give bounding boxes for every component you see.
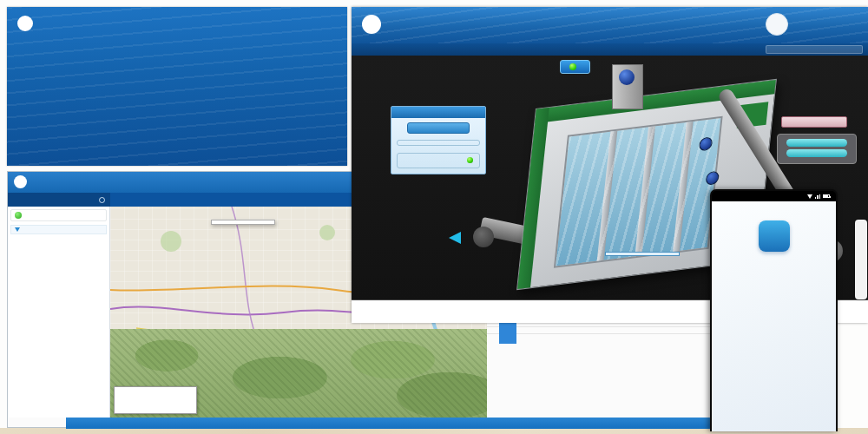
sidebar-home-button[interactable] bbox=[10, 209, 107, 221]
pump-unit[interactable] bbox=[619, 69, 635, 85]
power-params-button[interactable] bbox=[781, 116, 847, 128]
power-group-title bbox=[786, 149, 847, 157]
info-panel-title bbox=[391, 107, 485, 118]
flow-arrow-icon bbox=[449, 232, 461, 244]
station-info-panel bbox=[391, 106, 486, 174]
home-orb-icon bbox=[15, 212, 22, 219]
network-triangle-icon bbox=[807, 194, 812, 199]
gis-nav-header bbox=[8, 193, 110, 207]
gis-sidebar bbox=[8, 207, 110, 418]
app-logo-icon bbox=[17, 16, 33, 31]
collapse-sidebar-button[interactable] bbox=[99, 197, 105, 203]
portal-logo-row bbox=[17, 16, 38, 31]
scrollbar-panel[interactable] bbox=[855, 220, 867, 299]
sidebar-tree-root[interactable] bbox=[10, 225, 107, 234]
smoke-alarm-row bbox=[398, 155, 479, 165]
channel-wall bbox=[635, 126, 655, 256]
level-gauge-box bbox=[605, 252, 680, 256]
map-overview-inset[interactable] bbox=[114, 386, 197, 414]
ocean-background bbox=[352, 7, 868, 43]
power-panel bbox=[777, 134, 857, 164]
phone-app-logo-icon bbox=[759, 220, 790, 252]
search-input[interactable] bbox=[766, 47, 862, 52]
channel-wall bbox=[597, 131, 618, 261]
security-group bbox=[397, 153, 480, 168]
well-level-cell bbox=[642, 253, 679, 255]
phone-status-bar bbox=[712, 191, 836, 201]
map-info-marker[interactable] bbox=[499, 321, 516, 344]
search-box bbox=[766, 45, 863, 54]
user-avatar bbox=[766, 13, 788, 36]
station-status-led bbox=[569, 63, 576, 70]
green-deck-strip bbox=[517, 108, 549, 289]
smoke-alarm-led bbox=[467, 157, 473, 163]
portal-panel bbox=[7, 7, 347, 166]
elevation-cell bbox=[606, 253, 642, 255]
ocean-background bbox=[7, 7, 347, 166]
phone-screen bbox=[712, 201, 836, 431]
screenshot-root bbox=[0, 0, 868, 434]
gis-logo-icon bbox=[14, 175, 27, 188]
scada-logo-icon bbox=[362, 15, 381, 34]
scada-nav-bar bbox=[352, 43, 868, 56]
station-select-button[interactable] bbox=[560, 60, 590, 74]
parameter-settings-button[interactable] bbox=[407, 122, 470, 134]
channel-wall bbox=[673, 122, 694, 252]
flow-group-title bbox=[786, 139, 847, 147]
layer-checklist-panel bbox=[211, 220, 275, 225]
funnel-icon bbox=[15, 227, 20, 232]
wet-well-water bbox=[554, 116, 723, 268]
work-status-group bbox=[397, 140, 480, 146]
pipe-cap bbox=[473, 227, 494, 247]
phone-mockup bbox=[710, 189, 838, 431]
signal-icon bbox=[815, 194, 821, 199]
scada-header bbox=[352, 7, 868, 43]
status-icons bbox=[807, 194, 833, 199]
battery-icon bbox=[823, 194, 830, 198]
